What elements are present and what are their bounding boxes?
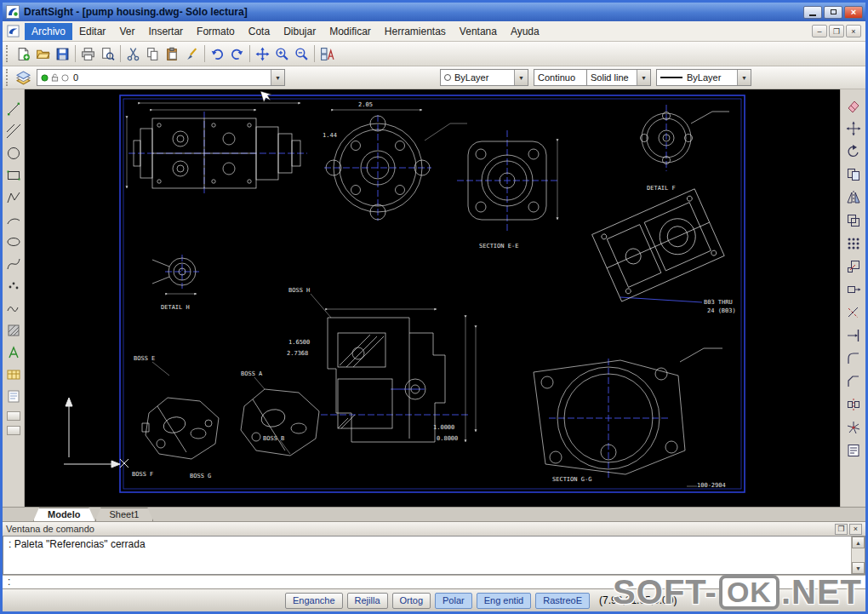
scroll-down-icon[interactable]: ▼ bbox=[852, 562, 865, 574]
toolbar-separator bbox=[204, 45, 205, 62]
mdi-close-button[interactable]: × bbox=[846, 25, 861, 37]
restore-button[interactable] bbox=[824, 6, 842, 19]
menu-item-modificar[interactable]: Modificar bbox=[323, 23, 378, 40]
linestyle-dropdown-arrow-icon[interactable]: ▼ bbox=[737, 70, 751, 85]
format-painter-icon[interactable] bbox=[182, 44, 202, 64]
toolbar-extend-button[interactable] bbox=[7, 426, 20, 435]
color-dropdown-arrow-icon[interactable]: ▼ bbox=[514, 70, 528, 85]
zoom-out-icon[interactable] bbox=[292, 44, 311, 64]
copy-tool-icon[interactable] bbox=[844, 165, 863, 184]
paste-icon[interactable] bbox=[163, 44, 182, 64]
menu-item-insertar[interactable]: Insertar bbox=[141, 23, 190, 40]
print-icon[interactable] bbox=[78, 44, 98, 64]
circle-tool-icon[interactable] bbox=[4, 144, 23, 163]
command-history[interactable]: : Paleta "Referencias" cerrada ▲ ▼ bbox=[3, 536, 865, 575]
command-input[interactable]: : bbox=[3, 575, 865, 588]
stretch-tool-icon[interactable] bbox=[844, 280, 863, 299]
menu-item-cota[interactable]: Cota bbox=[242, 23, 277, 40]
save-icon[interactable] bbox=[53, 44, 72, 64]
lineweight-select[interactable]: Solid line ▼ bbox=[586, 69, 651, 86]
layers-manager-icon[interactable] bbox=[14, 68, 33, 88]
esnap-toggle-button[interactable]: Eng entid bbox=[477, 593, 531, 609]
toolbar-grip[interactable] bbox=[6, 69, 10, 86]
polar-toggle-button[interactable]: Polar bbox=[435, 593, 472, 609]
command-window-controls: ❐ × bbox=[835, 524, 862, 535]
offset-tool-icon[interactable] bbox=[844, 211, 863, 230]
lineweight-value: Solid line bbox=[591, 72, 629, 83]
redo-icon[interactable] bbox=[227, 44, 247, 64]
mdi-minimize-button[interactable]: – bbox=[812, 25, 827, 37]
zoom-in-icon[interactable] bbox=[272, 44, 292, 64]
infinite-line-tool-icon[interactable] bbox=[4, 122, 23, 141]
ellipse-tool-icon[interactable] bbox=[4, 232, 23, 251]
mirror-tool-icon[interactable] bbox=[844, 188, 863, 207]
print-preview-icon[interactable] bbox=[98, 44, 117, 64]
menu-item-ayuda[interactable]: Ayuda bbox=[504, 23, 546, 40]
trim-tool-icon[interactable] bbox=[844, 303, 863, 322]
command-scrollbar[interactable]: ▲ ▼ bbox=[851, 537, 865, 574]
note-tool-icon[interactable] bbox=[4, 387, 23, 406]
open-icon[interactable] bbox=[33, 44, 53, 64]
new-document-icon[interactable] bbox=[14, 44, 33, 64]
minimize-button[interactable] bbox=[803, 6, 822, 19]
cut-icon[interactable] bbox=[123, 44, 143, 64]
document-icon[interactable] bbox=[7, 24, 22, 39]
move-tool-icon[interactable] bbox=[844, 119, 863, 138]
explode-tool-icon[interactable] bbox=[844, 418, 863, 437]
line-tool-icon[interactable] bbox=[4, 100, 23, 118]
extend-tool-icon[interactable] bbox=[844, 326, 863, 345]
etrack-toggle-button[interactable]: RastreoE bbox=[535, 593, 590, 609]
command-close-icon[interactable]: × bbox=[849, 524, 862, 535]
freehand-tool-icon[interactable] bbox=[4, 299, 23, 318]
mdi-restore-button[interactable]: ❐ bbox=[829, 25, 844, 37]
menu-item-herramientas[interactable]: Herramientas bbox=[378, 23, 453, 40]
rectangle-tool-icon[interactable] bbox=[4, 166, 23, 185]
fillet-tool-icon[interactable] bbox=[844, 349, 863, 368]
polyline-tool-icon[interactable] bbox=[4, 188, 23, 207]
command-window-titlebar[interactable]: Ventana de comando ❐ × bbox=[3, 521, 865, 536]
copy-icon[interactable] bbox=[143, 44, 163, 64]
snap-toggle-button[interactable]: Enganche bbox=[285, 593, 343, 609]
spline-tool-icon[interactable] bbox=[4, 255, 23, 273]
menu-item-editar[interactable]: Editar bbox=[72, 23, 112, 40]
layer-dropdown-arrow-icon[interactable]: ▼ bbox=[271, 70, 284, 85]
drawing-canvas[interactable]: 2.051.44DETAIL FSECTION E-EDETAIL HBOSS … bbox=[25, 89, 840, 507]
scroll-up-icon[interactable]: ▲ bbox=[852, 537, 865, 548]
rotate-tool-icon[interactable] bbox=[844, 142, 863, 161]
linetype-select[interactable]: Continuo bbox=[534, 69, 586, 86]
hatch-tool-icon[interactable] bbox=[4, 321, 23, 340]
grid-toggle-button[interactable]: Rejilla bbox=[347, 593, 388, 609]
layer-select[interactable]: 0 ▼ bbox=[37, 69, 285, 86]
eraser-tool-icon[interactable] bbox=[844, 96, 863, 115]
point-tool-icon[interactable] bbox=[4, 277, 23, 296]
title-bar[interactable]: DraftSight - [pump housing.dwg- Sólo lec… bbox=[3, 3, 865, 21]
lineweight-dropdown-arrow-icon[interactable]: ▼ bbox=[637, 70, 650, 85]
arc-tool-icon[interactable] bbox=[4, 210, 23, 229]
menu-item-archivo[interactable]: Archivo bbox=[25, 23, 72, 40]
color-select[interactable]: ByLayer ▼ bbox=[440, 69, 528, 86]
menu-item-ver[interactable]: Ver bbox=[112, 23, 141, 40]
mdi-window-controls: – ❐ × bbox=[812, 25, 864, 37]
linetype-value: Continuo bbox=[538, 72, 575, 83]
tab-modelo[interactable]: Modelo bbox=[33, 508, 95, 521]
menu-item-formato[interactable]: Formato bbox=[190, 23, 242, 40]
toolbar-grip[interactable] bbox=[6, 45, 10, 62]
text-style-icon[interactable] bbox=[317, 44, 337, 64]
properties-tool-icon[interactable] bbox=[844, 441, 863, 460]
close-button[interactable]: × bbox=[844, 6, 863, 19]
pattern-tool-icon[interactable] bbox=[844, 234, 863, 253]
toolbar-extend-button[interactable] bbox=[7, 411, 20, 421]
menu-item-ventana[interactable]: Ventana bbox=[453, 23, 504, 40]
menu-item-dibujar[interactable]: Dibujar bbox=[277, 23, 323, 40]
text-tool-icon[interactable] bbox=[4, 343, 23, 362]
linestyle-select[interactable]: ByLayer ▼ bbox=[656, 69, 751, 86]
scale-tool-icon[interactable] bbox=[844, 257, 863, 276]
split-tool-icon[interactable] bbox=[844, 395, 863, 414]
table-tool-icon[interactable] bbox=[4, 365, 23, 384]
tab-sheet1[interactable]: Sheet1 bbox=[95, 508, 154, 521]
pan-icon[interactable] bbox=[253, 44, 272, 64]
undo-icon[interactable] bbox=[208, 44, 227, 64]
ortho-toggle-button[interactable]: Ortog bbox=[392, 593, 431, 609]
undock-icon[interactable]: ❐ bbox=[835, 524, 848, 535]
chamfer-tool-icon[interactable] bbox=[844, 372, 863, 391]
